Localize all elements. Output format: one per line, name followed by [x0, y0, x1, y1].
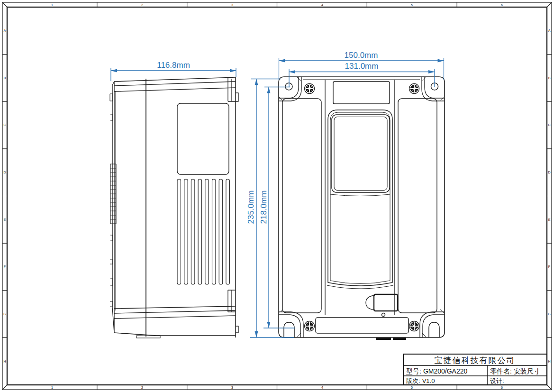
part-cell: 零件名:安装尺寸: [490, 367, 540, 375]
side-view: [110, 77, 238, 338]
zone-label: H: [3, 360, 6, 363]
zone-label: F: [548, 265, 550, 268]
zone-label: 6: [501, 386, 503, 389]
dim-hole-span-v-label: 218.0mm: [259, 191, 268, 224]
foot: [393, 337, 406, 340]
tab-top-right: [422, 77, 445, 101]
zone-label: A: [4, 29, 6, 32]
screw-icon: [305, 84, 315, 94]
zone-label: H: [548, 360, 550, 363]
zone-label: F: [4, 265, 6, 268]
zone-label: 6: [501, 3, 503, 7]
dim-front-height-label: 235.0mm: [246, 191, 255, 224]
zone-label: 4: [321, 386, 323, 389]
tab-bottom-left: [279, 312, 303, 337]
zone-label: D: [3, 171, 6, 174]
tab-top-left: [279, 77, 301, 101]
zone-label: 1: [51, 386, 53, 389]
vent-slots: [177, 179, 229, 284]
zone-label: E: [548, 218, 551, 221]
zone-label: 5: [411, 3, 413, 7]
dim-front-height: 235.0mm: [246, 79, 294, 338]
zone-label: B: [4, 76, 6, 80]
zone-label: D: [548, 171, 550, 174]
front-label-plate: [333, 82, 390, 104]
foot: [376, 337, 391, 340]
revision-cell: 版次:V1.0: [406, 377, 435, 384]
zone-label: C: [548, 123, 550, 127]
side-cover-left: [282, 99, 321, 313]
zone-label: 2: [141, 3, 143, 7]
designer-label: 设计:: [490, 377, 504, 384]
revision-value: V1.0: [422, 377, 435, 384]
designer-cell: 设计:: [490, 377, 504, 384]
mounting-slot-left: [284, 322, 294, 337]
dim-hole-span-v: 218.0mm: [259, 87, 295, 328]
zone-label: 4: [321, 3, 323, 7]
screw-icon: [409, 321, 419, 331]
engineering-drawing: 1 2 3 4 5 6 1 2 3 4 5 6 A B C D E F G H …: [0, 0, 554, 392]
small-hole: [382, 313, 385, 317]
zone-label: A: [548, 29, 551, 32]
zone-label: 3: [231, 3, 233, 7]
part-label: 零件名:: [490, 367, 512, 375]
company-name: 宝捷信科技有限公司: [435, 356, 516, 365]
display-window: [332, 115, 390, 192]
zone-label: 3: [231, 386, 233, 389]
screw-icon: [305, 321, 315, 331]
zone-label: 5: [411, 386, 413, 389]
screw-icon: [409, 84, 419, 94]
tab-bottom-right: [420, 312, 445, 337]
model-value: GM200/GA220: [423, 367, 468, 375]
dim-front-width-label: 150.0mm: [345, 51, 378, 60]
dim-hole-span-h: 131.0mm: [289, 62, 435, 87]
zone-label: 2: [141, 386, 143, 389]
model-cell: 型号:GM200/GA220: [406, 367, 467, 375]
side-label-plate: [177, 103, 229, 174]
title-block: 宝捷信科技有限公司 型号:GM200/GA220 零件名:安装尺寸 版次:V1.…: [403, 354, 547, 385]
zone-label: 1: [51, 3, 53, 7]
revision-label: 版次:: [406, 377, 420, 384]
terminal-strip: [110, 164, 116, 224]
side-bottom-bracket: [228, 290, 238, 333]
terminal-cover: [316, 318, 409, 333]
zone-label: G: [548, 312, 550, 316]
zone-label: B: [548, 76, 551, 80]
frame-border: [2, 2, 552, 390]
zone-label: E: [4, 218, 6, 221]
dim-side-width-label: 116.8mm: [157, 61, 190, 70]
drawing-sheet: 1 2 3 4 5 6 1 2 3 4 5 6 A B C D E F G H …: [0, 0, 554, 392]
zone-label: G: [3, 312, 6, 316]
mounting-slot-right: [429, 322, 439, 337]
frame-zone-labels: 1 2 3 4 5 6 1 2 3 4 5 6 A B C D E F G H …: [3, 3, 550, 389]
model-label: 型号:: [406, 367, 421, 375]
zone-label: C: [3, 123, 6, 127]
keypad-frame: [328, 110, 392, 286]
side-cover-right: [398, 99, 437, 313]
front-view: [279, 77, 445, 340]
dim-hole-span-h-label: 131.0mm: [345, 62, 379, 71]
part-value: 安装尺寸: [514, 367, 540, 375]
